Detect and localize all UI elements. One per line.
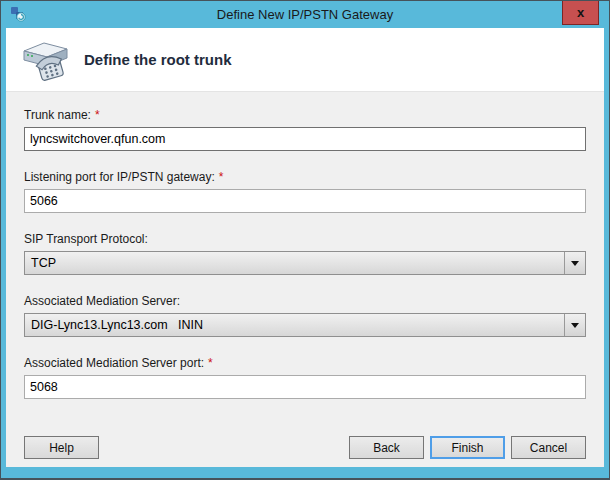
gateway-phone-icon [22, 36, 70, 84]
required-asterisk: * [95, 108, 100, 122]
chevron-down-icon[interactable] [564, 314, 585, 336]
button-bar: Help Back Finish Cancel [24, 436, 586, 459]
sip-transport-select[interactable]: TCP [24, 251, 586, 275]
sip-transport-label: SIP Transport Protocol: [24, 232, 586, 246]
trunk-name-input[interactable] [24, 127, 586, 151]
mediation-server-port-input[interactable] [24, 375, 586, 399]
trunk-name-label: Trunk name:* [24, 108, 586, 122]
required-asterisk: * [219, 170, 224, 184]
mediation-server-port-label: Associated Mediation Server port:* [24, 356, 586, 370]
window-title: Define New IP/PSTN Gateway [1, 7, 609, 22]
required-asterisk: * [208, 356, 213, 370]
close-button[interactable]: x [562, 1, 599, 25]
mediation-server-select[interactable]: DIG-Lync13.Lync13.com ININ [24, 313, 586, 337]
topology-builder-icon [10, 6, 26, 22]
mediation-server-value: DIG-Lync13.Lync13.com ININ [25, 318, 564, 332]
finish-button[interactable]: Finish [430, 436, 505, 459]
chevron-down-icon[interactable] [564, 252, 585, 274]
dialog-window: Define New IP/PSTN Gateway x [0, 0, 610, 480]
mediation-server-label: Associated Mediation Server: [24, 294, 586, 308]
back-button[interactable]: Back [349, 436, 424, 459]
page-title: Define the root trunk [84, 51, 232, 68]
help-button[interactable]: Help [24, 436, 99, 459]
wizard-header: Define the root trunk [6, 28, 604, 92]
cancel-button[interactable]: Cancel [511, 436, 586, 459]
title-bar: Define New IP/PSTN Gateway x [1, 1, 609, 28]
listening-port-input[interactable] [24, 189, 586, 213]
form: Trunk name:* Listening port for IP/PSTN … [6, 92, 604, 399]
sip-transport-value: TCP [25, 256, 564, 270]
listening-port-label: Listening port for IP/PSTN gateway:* [24, 170, 586, 184]
dialog-content: Define the root trunk Trunk name:* Liste… [6, 28, 604, 467]
